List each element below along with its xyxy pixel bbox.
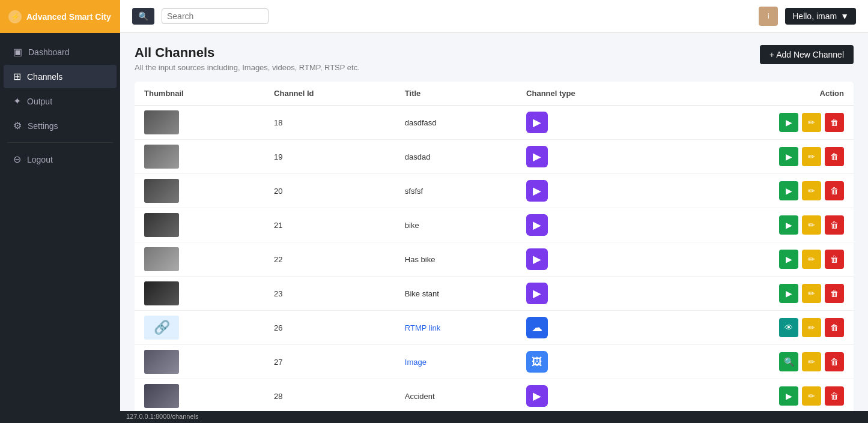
delete-button[interactable]: 🗑 — [825, 181, 844, 200]
channels-table: Thumbnail Channel Id Title Channel type … — [135, 82, 854, 411]
cell-thumbnail — [135, 277, 264, 311]
cell-channel-type: ▶ — [517, 277, 667, 311]
search-wrapper — [162, 8, 269, 24]
edit-button[interactable]: ✏ — [802, 113, 821, 132]
delete-button[interactable]: 🗑 — [825, 386, 844, 406]
sidebar-item-logout[interactable]: ⊖ Logout — [4, 148, 117, 175]
cell-title: Has bike — [395, 242, 517, 277]
channel-type-badge: ▶ — [526, 283, 548, 304]
delete-button[interactable]: 🗑 — [825, 215, 844, 235]
col-channel-id: Channel Id — [264, 82, 395, 106]
channel-type-badge: ▶ — [526, 146, 548, 167]
channel-type-badge: 🖼 — [526, 351, 548, 373]
main-content: 🔍 i Hello, imam ▼ All Channels All the i… — [120, 0, 868, 423]
avatar: i — [759, 7, 778, 26]
col-thumbnail: Thumbnail — [135, 82, 264, 106]
table-row: 28 Accident ▶ ▶ ✏ 🗑 — [135, 379, 854, 412]
thumbnail-img — [144, 281, 179, 305]
play-button[interactable]: ▶ — [779, 215, 798, 235]
logout-label: Logout — [27, 155, 53, 164]
edit-button[interactable]: ✏ — [802, 386, 821, 406]
search-button[interactable]: 🔍 — [132, 8, 154, 25]
table-row: 🔗 26 RTMP link ☁ 👁 ✏ 🗑 — [135, 311, 854, 345]
table-row: 19 dasdad ▶ ▶ ✏ 🗑 — [135, 140, 854, 174]
cell-title: Accident — [395, 379, 517, 412]
sidebar-item-output[interactable]: ✦ Output — [4, 89, 117, 113]
sidebar-item-channels[interactable]: ⊞ Channels — [4, 65, 117, 88]
cell-channel-id: 21 — [264, 208, 395, 242]
cell-title: Bike stant — [395, 277, 517, 311]
play-button[interactable]: ▶ — [779, 181, 798, 200]
cell-action: 👁 ✏ 🗑 — [667, 311, 854, 345]
sidebar-item-label: Channels — [27, 72, 62, 82]
channel-type-badge: ▶ — [526, 214, 548, 236]
play-button[interactable]: ▶ — [779, 113, 798, 132]
channel-type-badge: ▶ — [526, 180, 548, 202]
cell-thumbnail: 🔗 — [135, 311, 264, 345]
logout-icon: ⊖ — [13, 154, 21, 165]
page-subtitle: All the input sources including, Images,… — [135, 63, 360, 72]
play-button[interactable]: ▶ — [779, 250, 798, 269]
cell-channel-id: 26 — [264, 311, 395, 345]
cell-action: ▶ ✏ 🗑 — [667, 379, 854, 412]
sidebar-item-settings[interactable]: ⚙ Settings — [4, 114, 117, 137]
page-title: All Channels — [135, 45, 360, 61]
cell-channel-id: 23 — [264, 277, 395, 311]
edit-button[interactable]: ✏ — [802, 147, 821, 166]
edit-button[interactable]: ✏ — [802, 215, 821, 235]
edit-button[interactable]: ✏ — [802, 284, 821, 303]
cell-channel-type: 🖼 — [517, 345, 667, 379]
add-new-channel-button[interactable]: + Add New Channel — [760, 45, 854, 64]
delete-button[interactable]: 🗑 — [825, 352, 844, 371]
edit-button[interactable]: ✏ — [802, 318, 821, 337]
action-buttons: ▶ ✏ 🗑 — [677, 113, 844, 132]
cell-channel-id: 20 — [264, 174, 395, 208]
cell-action: 🔍 ✏ 🗑 — [667, 345, 854, 379]
sidebar-item-dashboard[interactable]: ▣ Dashboard — [4, 40, 117, 64]
cell-title: dasdfasd — [395, 106, 517, 140]
table-row: 18 dasdfasd ▶ ▶ ✏ 🗑 — [135, 106, 854, 140]
col-channel-type: Channel type — [517, 82, 667, 106]
view-button[interactable]: 👁 — [779, 318, 798, 337]
table-row: 23 Bike stant ▶ ▶ ✏ 🗑 — [135, 277, 854, 311]
action-buttons: ▶ ✏ 🗑 — [677, 215, 844, 235]
cell-channel-id: 18 — [264, 106, 395, 140]
sidebar: ⚡ Advanced Smart City ▣ Dashboard ⊞ Chan… — [0, 0, 120, 423]
sidebar-nav: ▣ Dashboard ⊞ Channels ✦ Output ⚙ Settin… — [0, 33, 120, 423]
edit-button[interactable]: ✏ — [802, 181, 821, 200]
play-button[interactable]: ▶ — [779, 147, 798, 166]
cell-thumbnail — [135, 242, 264, 277]
play-button[interactable]: ▶ — [779, 386, 798, 406]
logo-icon: ⚡ — [8, 10, 22, 23]
channel-type-badge: ▶ — [526, 385, 548, 407]
edit-button[interactable]: ✏ — [802, 250, 821, 269]
edit-button[interactable]: ✏ — [802, 352, 821, 371]
topbar: 🔍 i Hello, imam ▼ — [120, 0, 868, 33]
table-row: 20 sfsfsf ▶ ▶ ✏ 🗑 — [135, 174, 854, 208]
thumbnail-img — [144, 247, 179, 271]
channel-type-badge: ▶ — [526, 248, 548, 270]
table-row: 27 Image 🖼 🔍 ✏ 🗑 — [135, 345, 854, 379]
cell-channel-id: 19 — [264, 140, 395, 174]
action-buttons: ▶ ✏ 🗑 — [677, 250, 844, 269]
user-menu-button[interactable]: Hello, imam ▼ — [785, 8, 856, 25]
sidebar-divider — [7, 142, 113, 143]
table-row: 21 bike ▶ ▶ ✏ 🗑 — [135, 208, 854, 242]
delete-button[interactable]: 🗑 — [825, 284, 844, 303]
action-buttons: ▶ ✏ 🗑 — [677, 181, 844, 200]
delete-button[interactable]: 🗑 — [825, 318, 844, 337]
page-header: All Channels All the input sources inclu… — [135, 45, 854, 72]
delete-button[interactable]: 🗑 — [825, 113, 844, 132]
cell-channel-id: 22 — [264, 242, 395, 277]
delete-button[interactable]: 🗑 — [825, 147, 844, 166]
cell-channel-type: ▶ — [517, 379, 667, 412]
delete-button[interactable]: 🗑 — [825, 250, 844, 269]
search-channel-button[interactable]: 🔍 — [779, 352, 798, 371]
search-input[interactable] — [167, 11, 263, 21]
cell-channel-type: ▶ — [517, 106, 667, 140]
thumbnail-img — [144, 110, 179, 134]
user-greeting-text: Hello, imam — [792, 11, 837, 21]
play-button[interactable]: ▶ — [779, 284, 798, 303]
channel-type-badge: ▶ — [526, 112, 548, 133]
col-title: Title — [395, 82, 517, 106]
